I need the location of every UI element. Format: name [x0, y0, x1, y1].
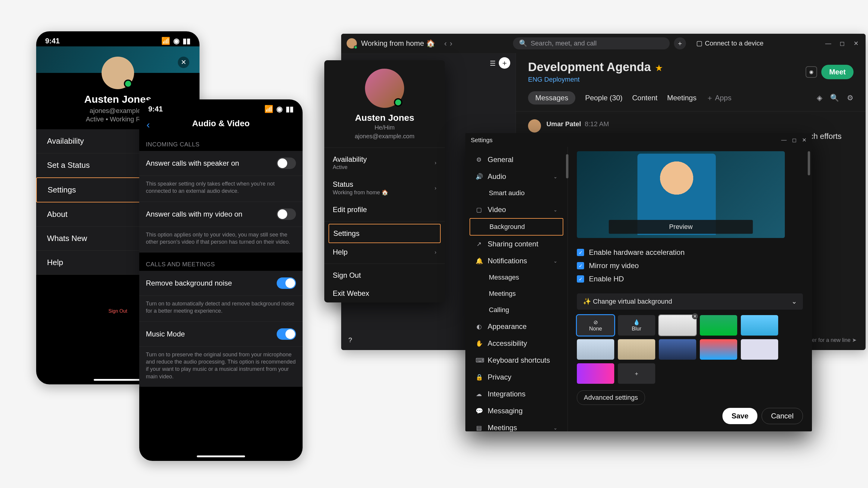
change-bg-dropdown[interactable]: ✨ Change virtual background⌄: [577, 293, 803, 310]
bg-add[interactable]: ＋: [618, 363, 655, 384]
nav-notif-calling[interactable]: Calling: [470, 302, 563, 318]
maximize-icon[interactable]: ◻: [838, 40, 846, 47]
author-avatar[interactable]: [528, 119, 541, 133]
help-icon[interactable]: ?: [348, 336, 352, 344]
toggle-noise[interactable]: [277, 278, 296, 289]
back-icon[interactable]: ‹: [147, 119, 150, 130]
bg-abstract[interactable]: [700, 339, 737, 360]
nav-privacy[interactable]: 🔒Privacy: [470, 369, 563, 386]
item-status[interactable]: StatusWorking from home 🏠›: [324, 175, 445, 201]
bg-blur[interactable]: 💧Blur: [618, 315, 655, 335]
bg-office[interactable]: ✕: [659, 315, 696, 335]
bg-beach[interactable]: [741, 315, 778, 335]
nav-notif-messages[interactable]: Messages: [470, 269, 563, 286]
item-sign-out[interactable]: Sign Out: [324, 266, 445, 284]
gear-icon[interactable]: ⚙: [847, 94, 854, 102]
bg-none[interactable]: ⊘None: [577, 315, 614, 335]
check-mirror[interactable]: ✓Mirror my video: [577, 259, 803, 272]
team-link[interactable]: ENG Deployment: [528, 76, 663, 84]
user-status[interactable]: Working from home 🏠: [361, 39, 435, 47]
save-button[interactable]: Save: [722, 408, 757, 424]
nav-back-icon[interactable]: ‹: [444, 39, 447, 48]
meet-button[interactable]: Meet: [821, 65, 854, 79]
nav-messaging[interactable]: 💬Messaging: [470, 402, 563, 419]
item-availability[interactable]: AvailabilityActive›: [324, 150, 445, 175]
avatar[interactable]: [347, 38, 357, 48]
scrollbar[interactable]: [808, 151, 810, 175]
delete-icon[interactable]: ✕: [692, 313, 698, 319]
bg-mountains[interactable]: [659, 339, 696, 360]
new-space-button[interactable]: ＋: [499, 57, 510, 69]
toggle-speaker[interactable]: [277, 158, 296, 169]
nav-smart-audio[interactable]: Smart audio: [470, 185, 563, 201]
advanced-settings-button[interactable]: Advanced settings: [577, 390, 645, 405]
tab-messages[interactable]: Messages: [528, 91, 575, 104]
close-icon[interactable]: ✕: [178, 57, 189, 68]
toggle-music[interactable]: [277, 328, 296, 340]
cancel-button[interactable]: Cancel: [762, 408, 803, 424]
nav-fwd-icon[interactable]: ›: [450, 39, 453, 48]
statusbar: 9:41 📶◉▮▮: [36, 31, 199, 46]
nav-audio[interactable]: 🔊Audio⌄: [470, 168, 563, 185]
check-hw-accel[interactable]: ✓Enable hardware acceleration: [577, 246, 803, 259]
checkbox-icon: ✓: [577, 262, 584, 269]
cellular-icon: 📶: [161, 37, 170, 45]
tab-content[interactable]: Content: [632, 94, 657, 102]
item-settings[interactable]: Settings: [329, 224, 441, 243]
nav-video[interactable]: ▢Video⌄: [470, 201, 563, 218]
avatar[interactable]: [365, 69, 404, 108]
add-button[interactable]: ＋: [674, 37, 686, 50]
item-edit-profile[interactable]: Edit profile: [324, 201, 445, 219]
mobile-audio-video-screen: 9:41 📶◉▮▮ ‹ Audio & Video INCOMING CALLS…: [139, 99, 303, 461]
search-input[interactable]: 🔍Search, meet, and call: [513, 37, 670, 50]
row-speaker[interactable]: Answer calls with speaker on: [139, 151, 303, 176]
connect-device[interactable]: ▢Connect to a device: [696, 39, 764, 47]
bg-room[interactable]: [741, 339, 778, 360]
chevron-right-icon: ›: [435, 249, 436, 255]
bg-neon[interactable]: [577, 363, 614, 384]
nav-sharing[interactable]: ↗Sharing content: [470, 235, 563, 253]
user-name: Austen Jones: [324, 113, 445, 123]
nav-background[interactable]: Background: [470, 218, 563, 235]
bg-gradient1[interactable]: [577, 339, 614, 360]
lock-icon: 🔒: [475, 373, 482, 381]
section-incoming: INCOMING CALLS: [139, 133, 303, 151]
avatar[interactable]: [101, 57, 134, 89]
camera-icon[interactable]: ◉: [806, 66, 817, 78]
item-help[interactable]: Help›: [324, 243, 445, 261]
nav-general[interactable]: ⚙General: [470, 151, 563, 168]
chevron-down-icon: ⌄: [553, 425, 557, 431]
author-name[interactable]: Umar Patel: [547, 120, 581, 128]
nav-notif-meetings[interactable]: Meetings: [470, 286, 563, 302]
help-video: This option applies only to your video, …: [139, 227, 303, 253]
bg-gradient2[interactable]: [618, 339, 655, 360]
nav-accessibility[interactable]: ✋Accessibility: [470, 335, 563, 352]
msg-time: 8:12 AM: [585, 120, 609, 128]
nav-keyboard[interactable]: ⌨Keyboard shortcuts: [470, 352, 563, 369]
tab-people[interactable]: People (30): [585, 94, 622, 102]
search-icon[interactable]: 🔍: [830, 94, 839, 102]
nav-appearance[interactable]: ◐Appearance: [470, 318, 563, 335]
tab-apps[interactable]: ＋ Apps: [706, 93, 732, 103]
nav-meetings[interactable]: ▤Meetings⌄: [470, 419, 563, 431]
toggle-video[interactable]: [277, 208, 296, 220]
row-video[interactable]: Answer calls with my video on: [139, 202, 303, 227]
close-icon[interactable]: ✕: [852, 40, 860, 47]
pin-icon[interactable]: ◈: [817, 94, 822, 102]
row-music[interactable]: Music Mode: [139, 322, 303, 347]
row-noise[interactable]: Remove background noise: [139, 271, 303, 296]
bg-forest[interactable]: [700, 315, 737, 335]
presence-dot: [394, 98, 402, 107]
star-icon[interactable]: ★: [655, 63, 663, 73]
nav-integrations[interactable]: ☁Integrations: [470, 386, 563, 402]
calendar-icon: ▤: [475, 424, 482, 431]
item-exit[interactable]: Exit Webex: [324, 284, 445, 302]
filter-icon[interactable]: ☰: [490, 60, 496, 67]
send-icon[interactable]: ➤: [852, 337, 857, 343]
tab-meetings[interactable]: Meetings: [667, 94, 696, 102]
help-noise: Turn on to automatically detect and remo…: [139, 296, 303, 322]
minimize-icon[interactable]: ―: [824, 40, 832, 47]
presence-dot: [124, 79, 132, 88]
check-hd[interactable]: ✓Enable HD: [577, 272, 803, 286]
nav-notifications[interactable]: 🔔Notifications⌄: [470, 253, 563, 269]
